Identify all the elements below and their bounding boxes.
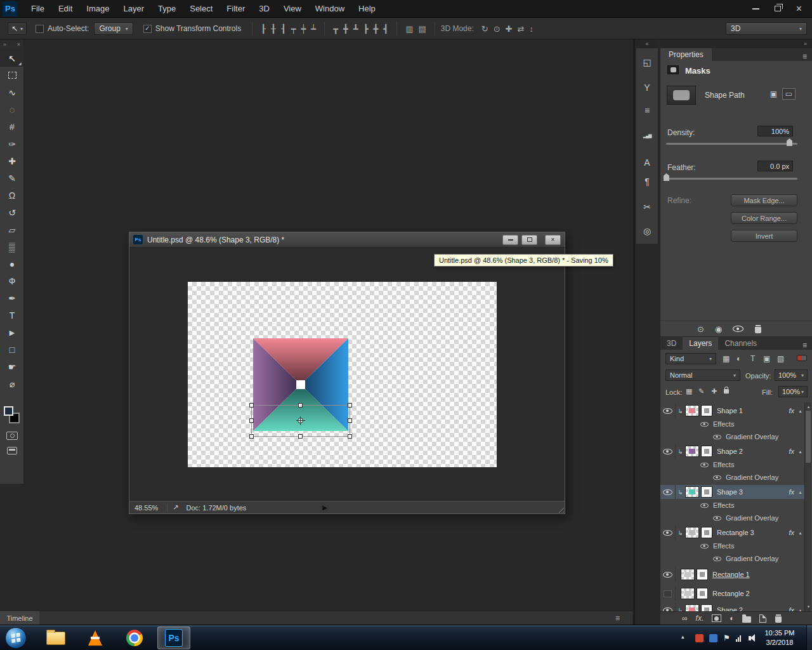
opacity-dropdown[interactable]: 100% ▾ [775, 369, 808, 381]
brush-tool[interactable]: ✎ [0, 169, 24, 187]
eye-icon[interactable] [713, 475, 721, 480]
load-selection-icon[interactable]: ⊙ [697, 325, 704, 333]
menu-type[interactable]: Type [151, 0, 183, 18]
layer-row-shape-2[interactable]: ↳ Shape 2 fx ▴ [660, 444, 804, 458]
lock-transparency-icon[interactable]: ▦ [686, 387, 692, 395]
3d-slide-icon[interactable]: ⇄ [515, 24, 527, 34]
tool-preset-dropdown[interactable]: ↖ ▾ [8, 22, 27, 35]
foreground-color-swatch[interactable] [4, 406, 13, 416]
document-maximize-button[interactable] [521, 235, 537, 245]
layer-visibility-toggle[interactable] [660, 485, 676, 499]
distribute-left-edges-icon[interactable]: ┣ [361, 24, 371, 34]
tray-icon-blue[interactable] [709, 634, 717, 642]
panel-menu-icon[interactable]: ≡ [802, 341, 812, 350]
align-vertical-centers-icon[interactable]: ┿ [299, 24, 309, 34]
vector-mask-thumbnail[interactable] [701, 527, 712, 538]
3d-roll-icon[interactable]: ⊙ [491, 24, 503, 34]
distribute-bottom-edges-icon[interactable]: ┻ [351, 24, 361, 34]
align-left-edges-icon[interactable]: ┠ [258, 24, 268, 34]
distribute-horizontal-centers-icon[interactable]: ╋ [371, 24, 381, 34]
filter-type-layers-icon[interactable]: T [750, 354, 755, 363]
layer-thumbnail[interactable] [681, 569, 695, 580]
delete-mask-icon[interactable] [754, 325, 762, 333]
taskbar-photoshop-active[interactable]: Ps [157, 627, 190, 649]
distribute-vertical-centers-icon[interactable]: ╋ [341, 24, 351, 34]
start-button[interactable] [5, 627, 27, 649]
layer-thumbnail[interactable] [685, 486, 699, 498]
blur-tool[interactable]: ● [0, 255, 24, 272]
fx-collapse-icon[interactable]: ▴ [796, 489, 804, 495]
mask-edge-button[interactable]: Mask Edge... [731, 194, 797, 206]
transform-handle-sw[interactable] [249, 434, 254, 439]
menu-view[interactable]: View [277, 0, 308, 18]
eyedropper-tool[interactable]: ✑ [0, 135, 24, 152]
tab-properties[interactable]: Properties [660, 48, 712, 61]
auto-select-checkbox[interactable] [36, 25, 44, 33]
panel-menu-icon[interactable]: ≡ [615, 614, 620, 623]
transform-handle-se[interactable] [348, 434, 352, 439]
rectangle-tool[interactable]: □ [0, 341, 24, 358]
scroll-down-icon[interactable]: ▾ [805, 604, 812, 609]
vector-mask-thumbnail[interactable] [697, 588, 708, 599]
toggle-mask-eye-icon[interactable] [733, 326, 743, 332]
transform-handle-n[interactable] [298, 403, 303, 408]
taskbar-chrome[interactable] [118, 627, 151, 649]
lasso-tool[interactable]: ∿ [0, 84, 24, 101]
quick-selection-tool[interactable]: ◌ [0, 101, 24, 118]
add-pixel-mask-icon[interactable]: ▣ [767, 88, 780, 100]
eye-icon[interactable] [700, 543, 709, 548]
eye-icon[interactable] [700, 503, 709, 508]
clone-pages-panel-icon[interactable]: ◱ [636, 53, 658, 71]
show-hidden-icons[interactable]: ▴ [681, 633, 684, 640]
add-layer-mask-icon[interactable] [712, 614, 721, 622]
eye-icon[interactable] [700, 421, 709, 427]
filter-adjustment-layers-icon[interactable]: ◐ [737, 354, 741, 363]
layer-name[interactable]: Rectangle 2 [711, 590, 804, 597]
tab-timeline[interactable]: Timeline [0, 611, 39, 625]
show-transform-checkbox[interactable]: ✓ [143, 25, 152, 33]
menu-3d[interactable]: 3D [252, 0, 277, 18]
dodge-tool[interactable]: Ф [0, 272, 24, 289]
effects-row[interactable]: Effects [660, 499, 804, 512]
layer-visibility-toggle[interactable] [660, 587, 676, 600]
density-slider-track[interactable] [666, 143, 797, 145]
effects-row[interactable]: Effects [660, 540, 804, 552]
gradient-tool[interactable]: ▒ [0, 238, 24, 255]
zoom-tool[interactable]: ⌀ [0, 375, 24, 392]
show-desktop-button[interactable] [806, 625, 812, 650]
effects-row[interactable]: Effects [660, 418, 804, 430]
quick-mask-button[interactable] [6, 432, 18, 440]
eye-icon[interactable] [713, 434, 721, 439]
gradient-overlay-row[interactable]: Gradient Overlay [660, 471, 804, 484]
transform-handle-e[interactable] [348, 418, 352, 423]
menu-layer[interactable]: Layer [117, 0, 152, 18]
eye-icon[interactable] [700, 462, 709, 467]
minimize-icon[interactable] [752, 8, 759, 10]
color-range-button[interactable]: Color Range... [731, 212, 797, 224]
layer-thumbnail[interactable] [685, 604, 699, 611]
canvas[interactable] [188, 282, 497, 467]
3d-pan-icon[interactable]: ✚ [503, 24, 515, 34]
feather-slider-knob[interactable] [664, 173, 669, 181]
vector-mask-thumbnail[interactable] [701, 604, 712, 611]
menu-edit[interactable]: Edit [51, 0, 79, 18]
layer-name[interactable]: Shape 1 [716, 407, 789, 415]
layer-row-partial[interactable]: ↳ Shape 2 fx ▴ [660, 603, 804, 611]
hand-tool[interactable]: ☛ [0, 358, 24, 375]
auto-select-target-dropdown[interactable]: Group ▾ [94, 22, 133, 35]
taskbar-file-explorer[interactable] [39, 627, 72, 649]
vector-mask-thumbnail[interactable] [701, 486, 712, 498]
align-top-edges-icon[interactable]: ┯ [289, 24, 299, 34]
rectangular-marquee-tool[interactable] [0, 67, 24, 84]
density-value[interactable]: 100% [757, 126, 793, 136]
collapse-panels-icon[interactable]: » [804, 41, 807, 47]
layer-name[interactable]: Rectangle 1 [711, 571, 804, 578]
menu-select[interactable]: Select [183, 0, 219, 18]
document-close-button[interactable]: × [545, 235, 561, 245]
layer-row-rectangle-2[interactable]: Rectangle 2 [660, 587, 804, 600]
type-tool[interactable]: T [0, 307, 24, 324]
taskbar-vlc[interactable] [79, 627, 112, 649]
distribute-right-edges-icon[interactable]: ┫ [381, 24, 391, 34]
3d-rotate-icon[interactable]: ↻ [479, 24, 491, 34]
pen-tool[interactable]: ✒ [0, 289, 24, 307]
